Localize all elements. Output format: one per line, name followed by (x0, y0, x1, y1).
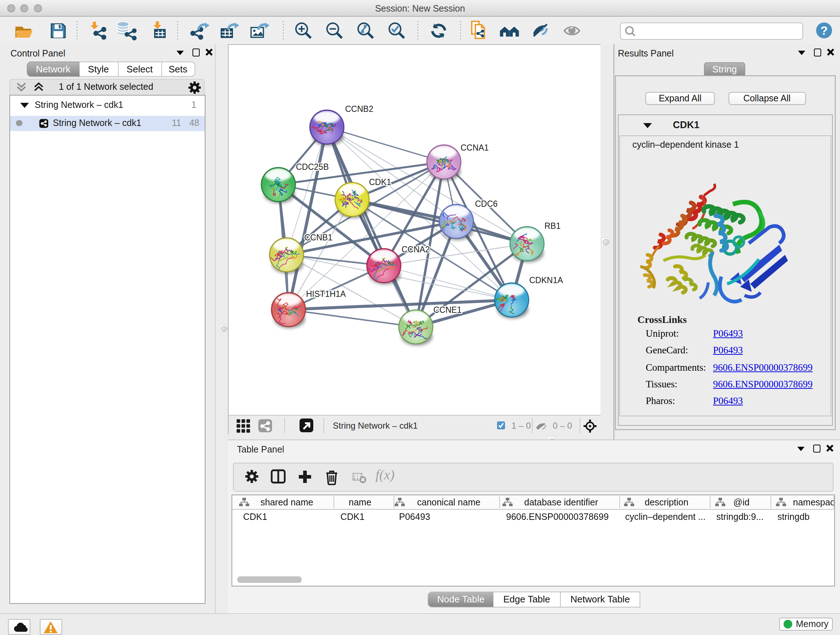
svg-text:CDC25B: CDC25B (296, 162, 329, 172)
svg-text:CDK1: CDK1 (369, 177, 391, 187)
svg-text:CCNB1: CCNB1 (304, 233, 332, 242)
svg-text:CCNE1: CCNE1 (433, 305, 462, 315)
svg-text:HIST1H1A: HIST1H1A (306, 289, 346, 299)
svg-text:RB1: RB1 (545, 221, 561, 231)
svg-text:CCNB2: CCNB2 (345, 104, 373, 114)
svg-text:?: ? (821, 24, 828, 37)
svg-text:CCNA1: CCNA1 (461, 143, 489, 152)
svg-text:CDC6: CDC6 (475, 199, 498, 209)
svg-text:CCNA2: CCNA2 (401, 245, 430, 254)
svg-text:CDKN1A: CDKN1A (529, 276, 563, 285)
